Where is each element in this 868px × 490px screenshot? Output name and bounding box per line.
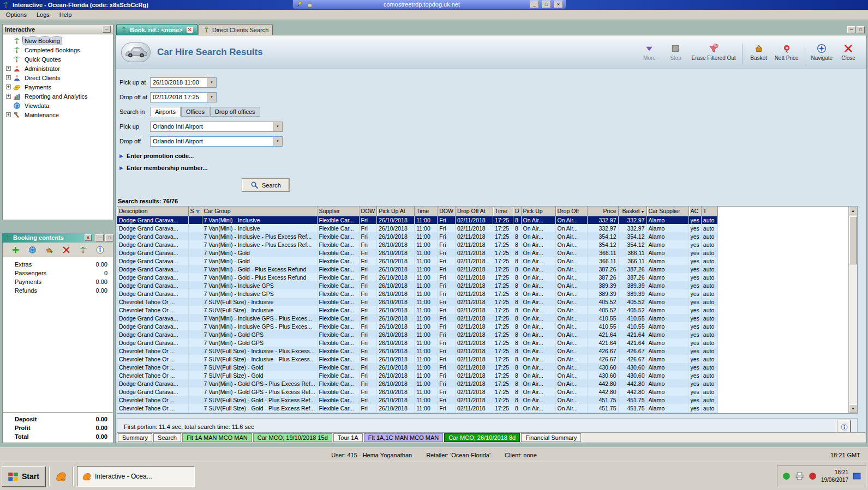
- maximize-panel-button[interactable]: □: [105, 234, 113, 241]
- delete-button[interactable]: [61, 244, 72, 255]
- dropdown-arrow-icon[interactable]: ▼: [273, 122, 282, 131]
- column-header-pick-up-at[interactable]: Pick Up At: [377, 207, 415, 216]
- table-row[interactable]: Chevrolet Tahoe Or ...7 SUV(Full Size) -…: [117, 363, 717, 371]
- dropdown-arrow-icon[interactable]: ▼: [273, 137, 282, 146]
- column-header-car-group[interactable]: Car Group: [202, 207, 317, 216]
- table-row[interactable]: Chevrolet Tahoe Or ...7 SUV(Full Size) -…: [117, 412, 717, 414]
- info-button[interactable]: [95, 244, 106, 255]
- minimize-panel-button[interactable]: ─: [95, 234, 104, 241]
- table-row[interactable]: Chevrolet Tahoe Or ...7 SUV(Full Size) -…: [117, 298, 717, 306]
- table-row[interactable]: Dodge Grand Carava...7 Van(Mini) - Gold …: [117, 265, 717, 273]
- more-button[interactable]: More: [637, 44, 662, 61]
- sidebar-item-viewdata[interactable]: Viewdata: [3, 101, 113, 110]
- table-row[interactable]: Dodge Grand Carava...7 Van(Mini) - Inclu…: [117, 314, 717, 322]
- column-header-s[interactable]: S: [188, 207, 202, 216]
- column-header-time[interactable]: Time: [415, 207, 438, 216]
- pin-icon[interactable]: [296, 1, 303, 8]
- search-in-drop-off-offices[interactable]: Drop off offices: [210, 107, 260, 117]
- search-in-airports[interactable]: Airports: [150, 107, 181, 117]
- basket-button[interactable]: Basket: [746, 44, 771, 61]
- sidebar-item-direct-clients[interactable]: +Direct Clients: [3, 73, 113, 82]
- add-to-basket-button[interactable]: [44, 244, 55, 255]
- sidebar-item-completed-bookings[interactable]: Completed Bookings: [3, 45, 113, 55]
- expand-icon[interactable]: +: [6, 112, 11, 117]
- menu-help[interactable]: Help: [55, 10, 77, 19]
- restore-document-button[interactable]: □: [857, 26, 865, 33]
- sidebar-item-new-booking[interactable]: New Booking: [3, 36, 113, 45]
- bottom-tab-flt-1a-man-mco-man[interactable]: Flt 1A MAN MCO MAN: [182, 433, 252, 442]
- table-row[interactable]: Dodge Grand Carava...7 Van(Mini) - Inclu…: [117, 240, 717, 249]
- table-row[interactable]: Dodge Grand Carava...7 Van(Mini) - Gold …: [117, 330, 717, 338]
- expand-icon[interactable]: +: [6, 94, 11, 99]
- sidebar-item-payments[interactable]: +Payments: [3, 82, 113, 92]
- quick-launch-app-icon[interactable]: [53, 467, 69, 486]
- table-row[interactable]: Chevrolet Tahoe Or ...7 SUV(Full Size) -…: [117, 347, 717, 355]
- start-button[interactable]: Start: [2, 466, 45, 487]
- promotion-code-expander[interactable]: ▶ Enter promotion code...: [119, 150, 866, 161]
- close-button[interactable]: Close: [836, 44, 861, 61]
- table-row[interactable]: Chevrolet Tahoe Or ...7 SUV(Full Size) -…: [117, 371, 717, 379]
- bottom-tab-summary[interactable]: Summary: [118, 433, 152, 442]
- table-row[interactable]: Dodge Grand Carava...7 Van(Mini) - Inclu…: [117, 281, 717, 289]
- scroll-down-icon[interactable]: ▼: [849, 404, 858, 413]
- table-row[interactable]: Dodge Grand Carava...7 Van(Mini) - GoldF…: [117, 257, 717, 265]
- collapse-panel-button[interactable]: ─: [103, 26, 111, 33]
- tab-direct-clients-search[interactable]: Direct Clients Search: [199, 24, 273, 35]
- column-header-description[interactable]: Description: [117, 207, 188, 216]
- messenger-icon[interactable]: [782, 471, 791, 481]
- column-header-dow[interactable]: DOW: [438, 207, 456, 216]
- column-header-t[interactable]: T: [701, 207, 717, 216]
- table-row[interactable]: Dodge Grand Carava...7 Van(Mini) - Gold …: [117, 379, 717, 388]
- show-desktop-icon[interactable]: [852, 471, 861, 481]
- close-button[interactable]: ×: [554, 1, 563, 8]
- dropdown-arrow-icon[interactable]: ▼: [207, 78, 216, 87]
- internet-button[interactable]: [27, 244, 38, 255]
- minimize-document-button[interactable]: ─: [847, 26, 855, 33]
- sidebar-item-maintenance[interactable]: +Maintenance: [3, 110, 113, 119]
- dropoff-at-select[interactable]: 02/11/2018 17:25 ▼: [150, 92, 217, 102]
- menu-logs[interactable]: Logs: [32, 10, 55, 19]
- bottom-tab-tour-1a[interactable]: Tour 1A: [333, 433, 363, 442]
- close-panel-icon[interactable]: ×: [85, 234, 92, 241]
- minimize-button[interactable]: _: [530, 1, 539, 8]
- bottom-tab-car-mco-19-10-2018-15d[interactable]: Car MCO; 19/10/2018 15d: [253, 433, 332, 442]
- column-header-drop-off-at[interactable]: Drop Off At: [455, 207, 493, 216]
- table-row[interactable]: Dodge Grand Carava...7 Van(Mini) - Inclu…: [117, 232, 717, 240]
- column-header-car-supplier[interactable]: Car Supplier: [646, 207, 689, 216]
- table-row[interactable]: Dodge Grand Carava...7 Van(Mini) - Inclu…: [117, 289, 717, 298]
- membership-number-expander[interactable]: ▶ Enter membership number...: [119, 162, 866, 173]
- table-row[interactable]: Dodge Grand Carava...7 Van(Mini) - Gold …: [117, 273, 717, 281]
- table-row[interactable]: Chevrolet Tahoe Or ...7 SUV(Full Size) -…: [117, 396, 717, 404]
- restore-button[interactable]: □: [542, 1, 551, 8]
- sidebar-item-reporting-and-analytics[interactable]: +Reporting and Analytics: [3, 92, 113, 101]
- column-header-pick-up[interactable]: Pick Up: [521, 207, 555, 216]
- sidebar-item-administrator[interactable]: +Administrator: [3, 64, 113, 73]
- scroll-up-icon[interactable]: ▲: [849, 207, 858, 215]
- close-tab-icon[interactable]: ✕: [187, 27, 193, 33]
- menu-options[interactable]: Options: [1, 10, 32, 19]
- navigate-button[interactable]: Navigate: [809, 44, 835, 61]
- bottom-tab-search[interactable]: Search: [153, 433, 181, 442]
- expand-icon[interactable]: +: [6, 75, 11, 80]
- table-row[interactable]: Dodge Grand Carava...7 Van(Mini) - Inclu…: [117, 216, 717, 224]
- bottom-tab-car-mco-26-10-2018-8d[interactable]: Car MCO; 26/10/2018 8d: [444, 433, 520, 442]
- notification-icon[interactable]: [808, 471, 817, 481]
- table-row[interactable]: Chevrolet Tahoe Or ...7 SUV(Full Size) -…: [117, 404, 717, 412]
- tab-book-ref-none[interactable]: Book. ref.: <none>✕: [116, 24, 197, 35]
- dropdown-arrow-icon[interactable]: ▼: [207, 93, 216, 102]
- column-header-drop-off[interactable]: Drop Off: [555, 207, 587, 216]
- taskbar-task-button[interactable]: Interactive - Ocea...: [77, 466, 195, 487]
- dropoff-airport-select[interactable]: Orlando Intl Airport ▼: [150, 136, 283, 147]
- table-row[interactable]: Dodge Grand Carava...7 Van(Mini) - GoldF…: [117, 249, 717, 257]
- expand-icon[interactable]: +: [6, 84, 11, 89]
- table-row[interactable]: Chevrolet Tahoe Or ...7 SUV(Full Size) -…: [117, 306, 717, 314]
- column-header-basket[interactable]: Basket▼: [618, 207, 646, 216]
- bottom-tab-flt-1a-1c-man-mco-man[interactable]: Flt 1A,1C MAN MCO MAN: [364, 433, 444, 442]
- sidebar-item-quick-quotes[interactable]: Quick Quotes: [3, 55, 113, 64]
- stop-button[interactable]: Stop: [663, 44, 688, 61]
- search-in-offices[interactable]: Offices: [181, 107, 209, 117]
- table-row[interactable]: Dodge Grand Carava...7 Van(Mini) - Inclu…: [117, 322, 717, 330]
- table-row[interactable]: Dodge Grand Carava...7 Van(Mini) - Gold …: [117, 338, 717, 347]
- pickup-airport-select[interactable]: Orlando Intl Airport ▼: [150, 122, 283, 132]
- printer-icon[interactable]: [795, 471, 804, 481]
